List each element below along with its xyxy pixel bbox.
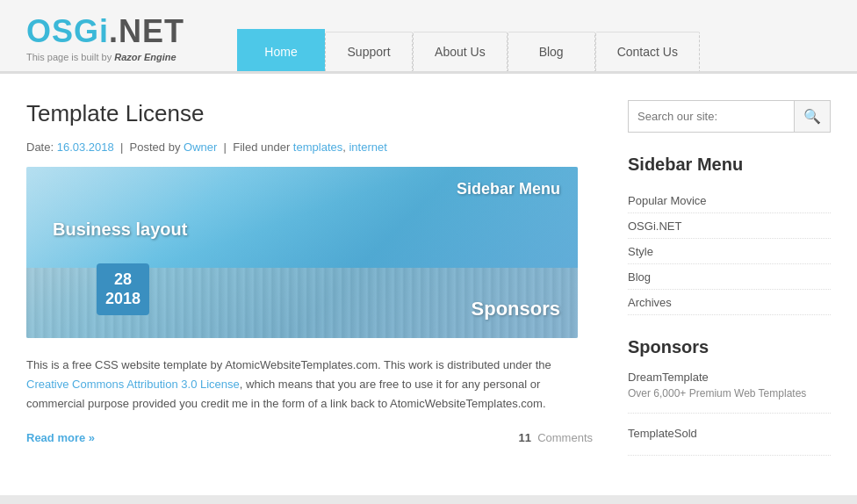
- sidebar-link-popular[interactable]: Popular Movice: [628, 194, 707, 207]
- date-label: Date:: [26, 140, 54, 154]
- list-item: DreamTemplate Over 6,000+ Premium Web Te…: [628, 371, 831, 414]
- comments-label: Comments: [537, 431, 593, 444]
- search-box: 🔍: [628, 100, 831, 133]
- post-footer: Read more » 11 Comments: [26, 431, 593, 444]
- sidebar-link-style[interactable]: Style: [628, 245, 653, 258]
- nav-item-blog[interactable]: Blog: [508, 32, 595, 71]
- image-date-badge: 28 2018: [97, 263, 149, 315]
- list-item: TemplateSold: [628, 427, 831, 456]
- sidebar-menu-list: Popular Movice OSGi.NET Style Blog Archi…: [628, 188, 831, 315]
- read-more-link[interactable]: Read more »: [26, 431, 95, 444]
- posted-by-label: Posted by: [130, 140, 181, 154]
- search-button[interactable]: 🔍: [794, 101, 830, 132]
- badge-day: 28: [114, 270, 132, 288]
- search-input[interactable]: [629, 101, 794, 132]
- nav-item-contact[interactable]: Contact Us: [595, 32, 700, 71]
- list-item: Blog: [628, 264, 831, 290]
- logo-subtitle: This page is built by Razor Engine: [26, 52, 184, 62]
- sidebar-menu-title: Sidebar Menu: [628, 155, 831, 175]
- image-sidebar-text: Sidebar Menu: [457, 180, 560, 198]
- count-number: 11: [518, 431, 530, 444]
- header: OSGi.NET This page is built by Razor Eng…: [0, 0, 857, 74]
- filed-under-label: Filed under: [233, 140, 290, 154]
- nav-item-about[interactable]: About Us: [413, 32, 508, 71]
- comments-count: 11 Comments: [518, 431, 593, 444]
- nav: Home Support About Us Blog Contact Us: [237, 29, 700, 71]
- list-item: Popular Movice: [628, 188, 831, 213]
- nav-item-home[interactable]: Home: [237, 29, 325, 71]
- main-container: Template License Date: 16.03.2018 | Post…: [0, 74, 857, 495]
- post-meta: Date: 16.03.2018 | Posted by Owner | Fil…: [26, 140, 593, 154]
- post-body: This is a free CSS website template by A…: [26, 356, 593, 414]
- subtitle-prefix: This page is built by: [26, 52, 112, 62]
- cc-license-link[interactable]: Creative Commons Attribution 3.0 License: [26, 378, 240, 391]
- tag-templates[interactable]: templates: [293, 140, 342, 154]
- sponsor-desc-1: Over 6,000+ Premium Web Templates: [628, 387, 806, 400]
- sponsor-name-2: TemplateSold: [628, 427, 831, 440]
- sponsors-list: DreamTemplate Over 6,000+ Premium Web Te…: [628, 371, 831, 456]
- subtitle-engine: Razor Engine: [114, 52, 176, 62]
- logo-osgi: OSGi: [26, 13, 109, 49]
- sidebar-link-blog[interactable]: Blog: [628, 270, 651, 284]
- nav-item-support[interactable]: Support: [325, 32, 413, 71]
- featured-image: Sidebar Menu Business layout Sponsors 28…: [26, 167, 578, 338]
- list-item: Style: [628, 239, 831, 264]
- sponsors-title: Sponsors: [628, 337, 831, 357]
- badge-year: 2018: [105, 290, 140, 307]
- logo-net: .NET: [109, 13, 184, 49]
- sidebar-link-archives[interactable]: Archives: [628, 296, 672, 309]
- image-sponsors-text: Sponsors: [472, 298, 560, 320]
- post-date[interactable]: 16.03.2018: [57, 140, 114, 154]
- image-business-text: Business layout: [53, 220, 187, 240]
- page-title: Template License: [26, 100, 593, 127]
- list-item: Archives: [628, 290, 831, 315]
- post-author[interactable]: Owner: [184, 140, 217, 154]
- sidebar-link-osginet[interactable]: OSGi.NET: [628, 220, 681, 233]
- sidebar: 🔍 Sidebar Menu Popular Movice OSGi.NET S…: [619, 100, 831, 469]
- content-area: Template License Date: 16.03.2018 | Post…: [26, 100, 593, 469]
- sponsor-name-1: DreamTemplate: [628, 371, 831, 384]
- list-item: OSGi.NET: [628, 213, 831, 239]
- logo-area: OSGi.NET This page is built by Razor Eng…: [26, 13, 184, 71]
- body-text-1: This is a free CSS website template by A…: [26, 358, 551, 371]
- tag-internet[interactable]: internet: [349, 140, 386, 154]
- logo: OSGi.NET: [26, 13, 184, 50]
